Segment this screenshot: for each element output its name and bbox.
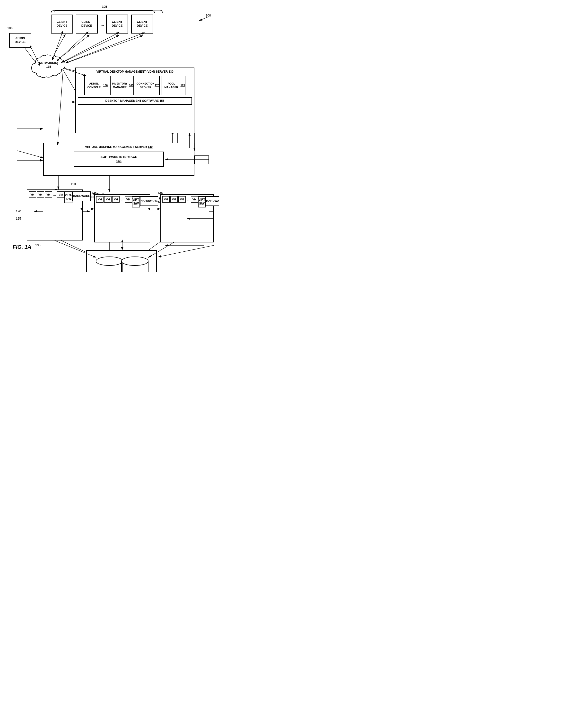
vm-9: VM <box>162 196 170 203</box>
ref-100-arrow <box>197 15 209 22</box>
right-hardware: HARDWARE <box>206 196 219 206</box>
vm-10: VM <box>170 196 178 203</box>
software-interface-box: SOFTWARE INTERFACE 145 <box>74 152 164 166</box>
vdm-server-box: VIRTUAL DESKTOP MANAGEMENT (VDM) SERVER … <box>75 68 195 133</box>
ref-125-label: 125 <box>16 217 21 220</box>
vm-server-box: VIRTUAL MACHINE MANAGEMENT SERVER 140 SO… <box>43 143 195 176</box>
vm-ellipsis-2: ... <box>120 198 124 202</box>
left-virt-sw: VIRT. S/W <box>65 191 72 203</box>
inventory-manager-box: INVENTORY MANAGER165 <box>110 76 134 95</box>
svg-line-6 <box>62 36 117 63</box>
middle-physical-computer-box: VM VM VM ... VM VIRT. S/W HARDWARE PHYSI… <box>94 194 150 242</box>
ref-120-label: 120 <box>16 209 21 213</box>
svg-line-46 <box>65 33 142 63</box>
admin-console-box: ADMIN. CONSOLE160 <box>84 76 108 95</box>
admin-device-box: ADMINDEVICE <box>9 33 31 48</box>
ref-135-1-label: 135 <box>92 191 97 194</box>
middle-virt-sw: VIRT. S/W <box>132 196 140 207</box>
vm-ellipsis-3: ... <box>186 198 190 202</box>
client-device-2: CLIENTDEVICE <box>76 15 98 33</box>
ref-135-3-label: 135 <box>35 243 41 247</box>
client-device-4: CLIENTDEVICE <box>131 15 153 33</box>
client-device-3: CLIENTDEVICE <box>106 15 128 33</box>
storage-cylinders-svg <box>90 253 153 272</box>
vm-server-label: VIRTUAL MACHINE MANAGEMENT SERVER 140 <box>46 145 192 149</box>
vm-3: VM <box>45 191 52 198</box>
right-virt-sw: VIRT S/W <box>198 196 206 207</box>
svg-line-53 <box>17 151 43 158</box>
vm-5: VM <box>96 196 103 203</box>
svg-line-70 <box>158 245 214 257</box>
svg-point-33 <box>96 257 123 265</box>
ellipsis: ... <box>101 22 104 27</box>
vm-11: VM <box>178 196 186 203</box>
vm-ellipsis-1: ... <box>53 192 56 197</box>
network-cloud: NETWORK(S) 115 <box>29 53 68 80</box>
middle-hardware: HARDWARE <box>140 196 158 206</box>
ref-105-label: 105 <box>90 5 119 8</box>
svg-line-31 <box>199 17 208 21</box>
fig-label: FIG. 1A <box>12 244 31 250</box>
vm-6: VM <box>104 196 111 203</box>
ref-110-label: 110 <box>71 182 76 186</box>
storage-box: 150 <box>86 250 157 272</box>
svg-line-45 <box>61 33 117 63</box>
right-physical-computer-box: VM VM VM ... VM VIRT S/W HARDWARE PHYSIC… <box>160 194 214 242</box>
ref-135-2-label: 135 <box>157 191 163 194</box>
svg-point-37 <box>122 257 148 265</box>
vm-8: VM <box>125 196 132 203</box>
vm-7: VM <box>112 196 120 203</box>
left-hardware: HARDWARE <box>72 191 91 201</box>
client-device-1: CLIENTDEVICE <box>51 15 73 33</box>
vdm-server-label: VIRTUAL DESKTOP MANAGEMENT (VDM) SERVER … <box>78 70 192 74</box>
vm-4: VM <box>57 191 65 198</box>
vm-2: VM <box>37 191 44 198</box>
left-physical-computer-box: VM VM VM ... VM VIRT. S/W HARDWARE PHYSI… <box>27 189 83 240</box>
desktop-mgmt-sw-label: DESKTOP MANAGEMENT SOFTWARE 155 <box>78 97 192 105</box>
pool-manager-box: POOL MANAGER175 <box>161 76 185 95</box>
right-connector-box <box>195 155 209 164</box>
diagram: 100 105 CLIENTDEVICE CLIENTDEVICE ... CL… <box>0 0 219 272</box>
svg-line-49 <box>58 72 63 145</box>
network-label: NETWORK(S) 115 <box>29 61 68 69</box>
svg-line-7 <box>66 36 141 63</box>
vm-12: VM <box>191 196 198 203</box>
connection-broker-box: CONNECTION BROKER170 <box>136 76 160 95</box>
vm-1: VM <box>29 191 36 198</box>
ref-106-label: 106 <box>7 26 12 30</box>
